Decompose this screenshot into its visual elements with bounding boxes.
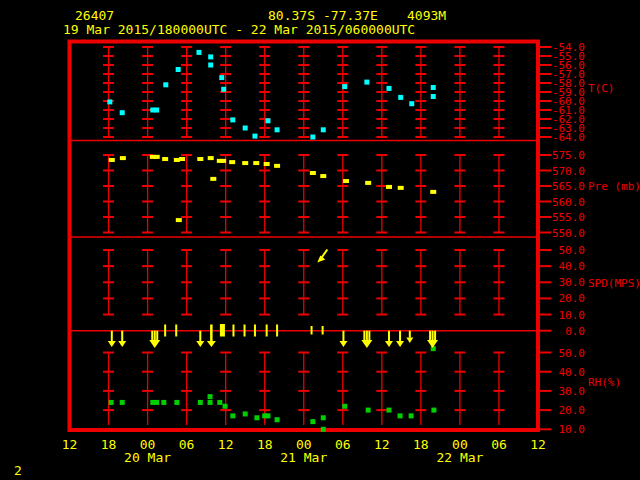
svg-text:50.0: 50.0 xyxy=(559,244,586,257)
svg-text:21 Mar: 21 Mar xyxy=(280,450,327,465)
svg-text:Pre (mb): Pre (mb) xyxy=(588,180,640,193)
svg-text:06: 06 xyxy=(335,437,351,452)
grid-layer xyxy=(70,47,538,429)
svg-text:RH(%): RH(%) xyxy=(588,376,621,389)
svg-text:18: 18 xyxy=(413,437,429,452)
svg-text:12: 12 xyxy=(530,437,546,452)
svg-text:50.0: 50.0 xyxy=(559,347,586,360)
svg-text:10.0: 10.0 xyxy=(559,423,586,436)
svg-text:0.0: 0.0 xyxy=(565,325,585,338)
svg-text:560.0: 560.0 xyxy=(552,196,585,209)
svg-text:40.0: 40.0 xyxy=(559,260,586,273)
svg-text:20.0: 20.0 xyxy=(559,404,586,417)
svg-text:565.0: 565.0 xyxy=(552,180,585,193)
svg-text:06: 06 xyxy=(179,437,195,452)
right-axis: -54.0-55.0-56.0-57.0-58.0-59.0-60.0-61.0… xyxy=(540,41,640,436)
page-indicator: 2 xyxy=(14,464,22,477)
svg-text:10.0: 10.0 xyxy=(559,309,586,322)
svg-text:18: 18 xyxy=(257,437,273,452)
wind-marks xyxy=(108,249,438,348)
svg-text:30.0: 30.0 xyxy=(559,276,586,289)
svg-text:-64.0: -64.0 xyxy=(552,131,585,144)
svg-text:18: 18 xyxy=(101,437,117,452)
svg-text:12: 12 xyxy=(374,437,390,452)
svg-text:12: 12 xyxy=(62,437,78,452)
svg-text:20 Mar: 20 Mar xyxy=(124,450,171,465)
rh-points xyxy=(109,346,437,432)
svg-text:555.0: 555.0 xyxy=(552,211,585,224)
svg-text:40.0: 40.0 xyxy=(559,366,586,379)
meteogram-screen: { "header": { "station_id": "26407", "la… xyxy=(0,0,640,480)
pressure-points xyxy=(109,155,436,222)
svg-text:570.0: 570.0 xyxy=(552,165,585,178)
svg-text:30.0: 30.0 xyxy=(559,385,586,398)
svg-text:575.0: 575.0 xyxy=(552,149,585,162)
meteogram-plot: -54.0-55.0-56.0-57.0-58.0-59.0-60.0-61.0… xyxy=(0,0,640,480)
temp-points xyxy=(107,50,435,140)
svg-text:SPD(MPS): SPD(MPS) xyxy=(588,277,640,290)
svg-text:22 Mar: 22 Mar xyxy=(436,450,483,465)
svg-text:550.0: 550.0 xyxy=(552,227,585,240)
svg-text:06: 06 xyxy=(491,437,507,452)
svg-text:20.0: 20.0 xyxy=(559,292,586,305)
time-axis: 1218000612180006121800061220 Mar21 Mar22… xyxy=(62,437,546,465)
svg-text:12: 12 xyxy=(218,437,234,452)
svg-text:T(C): T(C) xyxy=(588,82,615,95)
